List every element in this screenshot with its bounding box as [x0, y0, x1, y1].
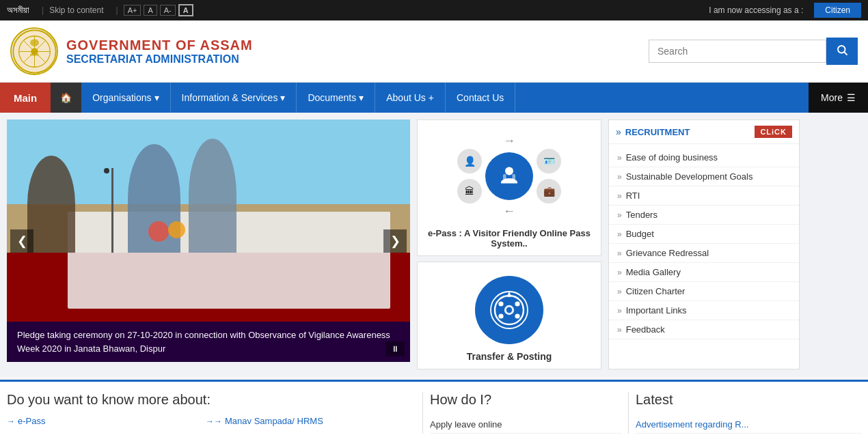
main-content: ❮ ❯ Pledge taking ceremony on 27-10-2020…: [0, 113, 868, 376]
dropdown-chevron-icon: ▾: [280, 92, 285, 103]
search-input[interactable]: [649, 40, 826, 63]
list-arrow-icon: »: [617, 229, 622, 239]
svg-point-17: [506, 307, 512, 313]
slideshow-next-button[interactable]: ❯: [383, 229, 407, 253]
nav-main-item[interactable]: Main: [0, 83, 51, 113]
latest-heading: Latest: [636, 392, 861, 408]
epass-main-icon: [485, 152, 533, 200]
dropdown-chevron-icon: ▾: [154, 92, 159, 103]
svg-point-19: [515, 301, 519, 306]
svg-point-7: [30, 39, 39, 46]
svg-point-9: [838, 46, 845, 53]
know-more-column: Do you want to know more about: → e-Pass…: [7, 392, 416, 434]
vertical-divider: [422, 392, 423, 434]
epass-arrow-right: →: [503, 134, 515, 148]
sidebar-link-important-links[interactable]: » Important Links: [609, 301, 799, 320]
svg-marker-15: [506, 292, 511, 297]
transfer-icon: [475, 276, 543, 344]
font-controls: A+ A A- A: [124, 4, 193, 16]
font-increase-btn[interactable]: A+: [124, 5, 141, 16]
search-button[interactable]: [826, 38, 858, 65]
sidebar-link-grievance[interactable]: » Grievance Redressal: [609, 244, 799, 263]
nav-documents[interactable]: Documents ▾: [297, 83, 375, 113]
skip-to-content[interactable]: Skip to content: [49, 5, 103, 15]
site-header: GOVERNMENT OF ASSAM SECRETARIAT ADMINIST…: [0, 20, 868, 83]
svg-point-21: [515, 313, 519, 318]
government-title: GOVERNMENT OF ASSAM: [66, 38, 253, 53]
font-reset-btn[interactable]: A: [178, 4, 193, 16]
epass-center-icon: [497, 164, 521, 188]
font-normal-btn[interactable]: A: [144, 5, 157, 16]
sidebar-link-sdg[interactable]: » Sustainable Development Goals: [609, 167, 799, 186]
list-arrow-icon: »: [617, 249, 622, 258]
sidebar-links-list: » Ease of doing business » Sustainable D…: [609, 144, 799, 343]
slideshow-prev-button[interactable]: ❮: [10, 229, 33, 253]
how-do-i-heading: How do I?: [430, 392, 621, 408]
list-arrow-icon: »: [617, 287, 622, 296]
nav-information-services[interactable]: Information & Services ▾: [171, 83, 297, 113]
list-arrow-icon: »: [617, 191, 622, 201]
latest-item[interactable]: Advertisement regarding R...: [636, 416, 861, 434]
list-arrow-icon: »: [617, 306, 622, 315]
how-do-i-links: Apply leave online: [430, 416, 621, 434]
know-more-links: → e-Pass →→ Manav Sampada/ HRMS: [7, 416, 416, 426]
citizen-button[interactable]: Citizen: [814, 3, 861, 18]
svg-rect-13: [513, 174, 516, 182]
svg-point-20: [498, 313, 503, 318]
dropdown-chevron-icon: +: [429, 92, 434, 103]
svg-point-11: [505, 167, 513, 176]
search-icon: [836, 44, 848, 56]
list-arrow-icon: »: [617, 325, 622, 335]
search-area: [649, 38, 858, 65]
top-bar: অসমীয়া | Skip to content | A+ A A- A I …: [0, 0, 868, 20]
home-icon: 🏠: [60, 92, 72, 103]
svg-point-18: [498, 301, 503, 306]
list-arrow-icon: »: [617, 153, 622, 163]
font-decrease-btn[interactable]: A-: [160, 5, 176, 16]
sidebar-link-citizen-charter[interactable]: » Citizen Charter: [609, 282, 799, 301]
transfer-card[interactable]: Transfer & Posting: [417, 262, 601, 369]
list-arrow-icon: »: [617, 210, 622, 220]
nav-about-us[interactable]: About Us +: [375, 83, 446, 113]
know-more-heading: Do you want to know more about:: [7, 392, 416, 408]
sidebar-link-rti[interactable]: » RTI: [609, 186, 799, 206]
department-subtitle: SECRETARIAT ADMINISTRATION: [66, 53, 253, 66]
recruitment-bar[interactable]: » RECRUITMENT CLiCK: [609, 120, 799, 144]
click-badge[interactable]: CLiCK: [755, 126, 792, 138]
sidebar-link-media-gallery[interactable]: » Media Gallery: [609, 263, 799, 282]
recruitment-arrow-icon: »: [616, 126, 621, 137]
latest-items-list: Advertisement regarding R...: [636, 416, 861, 434]
main-navbar: Main 🏠 Organisations ▾ Information & Ser…: [0, 83, 868, 113]
how-do-i-column: How do I? Apply leave online: [430, 392, 621, 434]
epass-id-icon: 🪪: [537, 149, 561, 173]
nav-organisations[interactable]: Organisations ▾: [81, 83, 170, 113]
government-emblem: [10, 27, 58, 75]
nav-home-item[interactable]: 🏠: [51, 83, 81, 113]
svg-rect-12: [503, 174, 506, 182]
list-arrow-icon: »: [617, 268, 622, 277]
nav-more-item[interactable]: More ☰: [809, 83, 868, 113]
svg-line-10: [844, 52, 847, 55]
emblem-svg: [12, 29, 57, 74]
accessing-label: I am now accessing as a :: [709, 5, 803, 15]
transfer-svg-icon: [489, 290, 530, 331]
sidebar-link-ease-of-business[interactable]: » Ease of doing business: [609, 148, 799, 167]
slideshow-pause-button[interactable]: ⏸: [385, 341, 405, 356]
right-sidebar: » RECRUITMENT CLiCK » Ease of doing busi…: [608, 120, 800, 369]
sidebar-link-feedback[interactable]: » Feedback: [609, 320, 799, 339]
slide-caption: Pledge taking ceremony on 27-10-2020 in …: [7, 322, 410, 362]
sidebar-link-tenders[interactable]: » Tenders: [609, 206, 799, 225]
epass-icon-area: 👤 🏛 → ← 🪪: [424, 127, 594, 225]
dropdown-chevron-icon: ▾: [359, 92, 364, 103]
nav-contact-us[interactable]: Contact Us: [446, 83, 515, 113]
list-arrow-icon: →→: [206, 417, 222, 426]
slideshow-column: ❮ ❯ Pledge taking ceremony on 27-10-2020…: [7, 120, 410, 369]
know-more-epass[interactable]: → e-Pass: [7, 416, 203, 426]
how-apply-leave[interactable]: Apply leave online: [430, 416, 621, 434]
assamese-link[interactable]: অসমীয়া: [7, 5, 29, 16]
middle-column: 👤 🏛 → ← 🪪: [417, 120, 601, 369]
know-more-hrms[interactable]: →→ Manav Sampada/ HRMS: [206, 416, 402, 426]
list-arrow-icon: »: [617, 172, 622, 182]
sidebar-link-budget[interactable]: » Budget: [609, 225, 799, 244]
epass-card[interactable]: 👤 🏛 → ← 🪪: [417, 120, 601, 256]
